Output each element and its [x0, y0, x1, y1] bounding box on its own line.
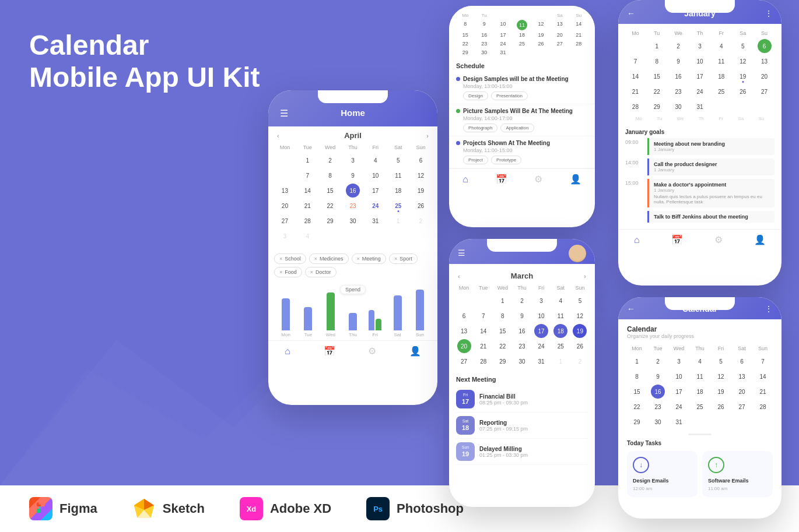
cal-cell[interactable]: 12: [414, 168, 428, 182]
cal-cell[interactable]: 3: [346, 153, 360, 167]
jan-back[interactable]: ←: [627, 9, 635, 18]
nav-pro-s[interactable]: 👤: [570, 174, 581, 185]
march-today-19[interactable]: 19: [573, 324, 587, 338]
cal-cell[interactable]: 2: [414, 214, 428, 228]
cal-hdr-wed: Wed: [320, 143, 341, 152]
cal-cell[interactable]: 30: [346, 214, 360, 228]
tag-food[interactable]: ×Food: [274, 267, 302, 277]
xd-tool: Xd Adobe XD: [240, 497, 331, 520]
nav-calendar[interactable]: 📅: [324, 346, 335, 357]
cal-cell[interactable]: 24: [369, 199, 383, 213]
cal-prev[interactable]: ‹: [277, 132, 279, 139]
cal-cell[interactable]: 3: [278, 229, 292, 243]
bottom-nav-main: ⌂ 📅 ⚙ 👤: [268, 340, 437, 361]
cal-cell[interactable]: 8: [323, 168, 337, 182]
cal-cell[interactable]: 21: [300, 199, 314, 213]
task-card-2[interactable]: ↑ Software Emails 11:00 am: [702, 451, 773, 497]
phone-notch-cal: [665, 297, 735, 310]
task-card-1[interactable]: ↓ Design Emails 12:00 am: [627, 451, 698, 497]
cal-cell[interactable]: 27: [278, 214, 292, 228]
cal-cell[interactable]: 31: [369, 214, 383, 228]
sched-tag[interactable]: Presentation: [491, 91, 528, 100]
nav-cal-j[interactable]: 📅: [671, 234, 683, 245]
cal-cell[interactable]: 15: [323, 184, 337, 198]
cal-cell[interactable]: 18: [391, 184, 405, 198]
cal-cell[interactable]: 10: [369, 168, 383, 182]
cal-next-march[interactable]: ›: [584, 273, 586, 280]
cal-cell[interactable]: 2: [323, 153, 337, 167]
phone-notch-schedule: [487, 6, 557, 19]
nav-home-s[interactable]: ⌂: [462, 174, 468, 185]
sched-tag[interactable]: Photograph: [463, 124, 497, 132]
tag-medicines[interactable]: ×Medicines: [309, 253, 349, 264]
jan-calendar: Mo Tu We Th Fr Sa Su 1 2 3 4 5 6 7 8 9 1…: [618, 24, 782, 126]
cal-cell[interactable]: 6: [414, 153, 428, 167]
cal-settings-more[interactable]: ⋮: [765, 304, 773, 313]
cal-next[interactable]: ›: [426, 132, 429, 139]
cal-cell[interactable]: 14: [300, 184, 314, 198]
cal-cell[interactable]: 22: [323, 199, 337, 213]
today-tasks-title: Today Tasks: [627, 440, 773, 446]
cal-sec-subtitle: Organize your daily progress: [627, 333, 773, 339]
cal-today[interactable]: 16: [346, 184, 360, 198]
ps-icon: Ps: [366, 497, 390, 520]
sched-tag[interactable]: Project: [463, 156, 488, 164]
cal-cell[interactable]: 13: [278, 184, 292, 198]
cal-cell[interactable]: 1: [391, 214, 405, 228]
cal-cell[interactable]: 4: [369, 153, 383, 167]
next-meeting-title: Next Meeting: [456, 376, 588, 383]
nav-home-j[interactable]: ⌂: [634, 235, 640, 245]
cal-cell[interactable]: 4: [300, 229, 314, 243]
nav-set-s[interactable]: ⚙: [534, 174, 542, 185]
jan-today[interactable]: 6: [758, 39, 772, 53]
nav-profile[interactable]: 👤: [409, 346, 421, 357]
bar-chart: Spend Mon Tue Wed Thu Fri Sat Sun: [268, 282, 437, 340]
sched-tag[interactable]: Application: [500, 124, 534, 132]
march-today-17[interactable]: 17: [534, 324, 548, 338]
jan-goals-section: January goals 09:00 Meeting about new br…: [618, 126, 782, 229]
cal-cell[interactable]: 19: [414, 184, 428, 198]
march-20[interactable]: 20: [457, 339, 471, 353]
cal-cell[interactable]: 5: [391, 153, 405, 167]
sketch-tool: Sketch: [132, 497, 205, 520]
sched-dot-2: [456, 109, 460, 113]
tag-meeting[interactable]: ×Meeting: [352, 253, 386, 264]
tag-doctor[interactable]: ×Doctor: [305, 267, 337, 277]
meeting-date-sun: Sun 19: [456, 442, 475, 461]
cal-settings-back[interactable]: ←: [627, 304, 635, 313]
menu-icon-main[interactable]: ☰: [280, 108, 288, 119]
bottom-nav-schedule: ⌂ 📅 ⚙ 👤: [449, 168, 595, 189]
main-calendar: ‹ April › Mon Tue Wed Thu Fri Sat Sun 1 …: [268, 126, 437, 249]
nav-settings[interactable]: ⚙: [368, 346, 376, 357]
cal-cell[interactable]: 1: [300, 153, 314, 167]
cal-cell[interactable]: 9: [346, 168, 360, 182]
cal-cell[interactable]: 7: [300, 168, 314, 182]
cal-cell[interactable]: 29: [323, 214, 337, 228]
cal-hdr-sun: Sun: [410, 143, 432, 152]
sched-tag[interactable]: Prototype: [491, 156, 521, 164]
nav-pro-j[interactable]: 👤: [754, 234, 766, 245]
tag-school[interactable]: ×School: [274, 253, 306, 264]
cal-cell[interactable]: 28: [300, 214, 314, 228]
cal-cell[interactable]: 23: [346, 199, 360, 213]
cal-cell[interactable]: 11: [391, 168, 405, 182]
tag-sport[interactable]: ×Sport: [389, 253, 418, 264]
cal-cell[interactable]: 20: [278, 199, 292, 213]
cal-cell[interactable]: 26: [414, 199, 428, 213]
nav-home[interactable]: ⌂: [285, 346, 290, 357]
nav-set-j[interactable]: ⚙: [714, 234, 723, 245]
ps-tool: Ps Photoshop: [366, 497, 464, 520]
cal-s-today[interactable]: 16: [651, 385, 665, 399]
jan-more[interactable]: ⋮: [765, 9, 773, 18]
cal-cell[interactable]: 25: [391, 199, 405, 213]
cal-cell[interactable]: [278, 153, 292, 167]
menu-icon-march[interactable]: ☰: [458, 248, 465, 258]
cal-cell[interactable]: [278, 168, 292, 182]
cal-prev-march[interactable]: ‹: [458, 273, 460, 280]
meeting-date-fri: Fri 17: [456, 390, 475, 408]
cal-grid-main: Mon Tue Wed Thu Fri Sat Sun 1 2 3 4 5 6 …: [274, 143, 432, 243]
sched-tag[interactable]: Design: [463, 91, 488, 100]
cal-cell[interactable]: 17: [369, 184, 383, 198]
march-today-18[interactable]: 18: [553, 324, 567, 338]
nav-cal-s[interactable]: 📅: [496, 174, 507, 185]
